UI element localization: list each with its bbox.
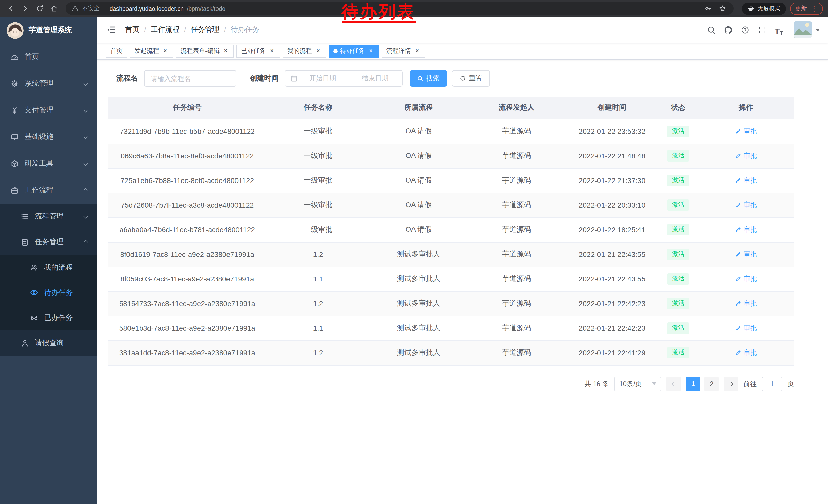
approve-link[interactable]: 审批: [735, 151, 757, 161]
tab[interactable]: 发起流程 ×: [130, 44, 173, 58]
sidebar-item-home[interactable]: 首页: [0, 44, 97, 70]
process-name-label: 流程名: [117, 74, 138, 83]
briefcase-icon: [10, 186, 19, 194]
sidebar-item-infrastructure[interactable]: 基础设施: [0, 124, 97, 150]
topbar-actions: TT: [705, 21, 820, 39]
bookmark-button[interactable]: [717, 3, 728, 14]
cube-icon: [10, 159, 19, 168]
edit-icon: [735, 226, 742, 233]
cell-task-id: 069c6a63-7b8a-11ec-8ef0-acde48001122: [108, 144, 267, 168]
page-number-button[interactable]: 2: [704, 377, 719, 391]
app-logo[interactable]: 芋道管理系统: [0, 17, 97, 44]
edit-icon: [735, 202, 742, 209]
url-path: /bpm/task/todo: [187, 5, 225, 11]
approve-link[interactable]: 审批: [735, 200, 757, 210]
start-date-placeholder[interactable]: 开始日期: [301, 74, 345, 83]
tab[interactable]: 我的流程 ×: [283, 44, 326, 58]
search-button[interactable]: 搜索: [410, 70, 447, 87]
cell-task-name: 1.1: [267, 267, 369, 291]
dashboard-icon: [10, 53, 19, 61]
browser-reload-button[interactable]: [33, 2, 46, 15]
cell-created: 2022-01-21 22:43:55: [565, 267, 659, 291]
browser-update-button[interactable]: 更新 ⋮: [790, 2, 823, 15]
cell-task-id: 73211d9d-7b9b-11ec-b5b7-acde48001122: [108, 119, 267, 144]
github-button[interactable]: [722, 24, 734, 36]
saved-passwords-button[interactable]: [702, 3, 714, 14]
sidebar-item-label: 研发工具: [25, 159, 53, 168]
user-menu[interactable]: [794, 21, 820, 39]
sidebar-item-todo-tasks[interactable]: 待办任务: [0, 280, 97, 305]
cell-task-id: 381aa1dd-7ac8-11ec-a9e2-a2380e71991a: [108, 340, 267, 365]
tab[interactable]: 流程表单-编辑 ×: [176, 44, 234, 58]
approve-label: 审批: [744, 348, 757, 357]
sidebar-item-devtools[interactable]: 研发工具: [0, 150, 97, 177]
tab-close-icon[interactable]: ×: [367, 47, 374, 55]
fold-icon: [107, 25, 116, 34]
tab-label: 流程详情: [386, 47, 411, 55]
cell-actions: 审批: [698, 193, 794, 217]
list-icon: [20, 212, 29, 221]
sidebar-item-process-mgmt[interactable]: 流程管理: [0, 203, 97, 229]
approve-label: 审批: [744, 250, 757, 259]
page-number-button[interactable]: 1: [686, 377, 700, 391]
forward-icon: [21, 5, 29, 12]
tab[interactable]: 已办任务 ×: [237, 44, 280, 58]
chevron-up-icon: [84, 188, 88, 192]
sidebar-item-leave-query[interactable]: 请假查询: [0, 330, 97, 356]
approve-link[interactable]: 审批: [735, 127, 757, 136]
approve-link[interactable]: 审批: [735, 225, 757, 234]
tab[interactable]: 首页 ×: [106, 44, 127, 58]
browser-back-button[interactable]: [4, 2, 17, 15]
tab[interactable]: 流程详情 ×: [382, 44, 425, 58]
tab-close-icon[interactable]: ×: [222, 47, 229, 55]
cell-created: 2022-01-22 21:48:48: [565, 144, 659, 168]
tab-close-icon[interactable]: ×: [315, 47, 322, 55]
browser-forward-button[interactable]: [18, 2, 32, 15]
sidebar-item-workflow[interactable]: 工作流程: [0, 177, 97, 203]
browser-chrome: 不安全 dashboard.yudao.iocoder.cn /bpm/task…: [0, 0, 828, 17]
date-range-picker[interactable]: 开始日期 - 结束日期: [285, 70, 403, 87]
reset-button[interactable]: 重置: [452, 70, 490, 87]
create-time-label: 创建时间: [250, 74, 279, 83]
process-name-input[interactable]: [144, 70, 237, 87]
sidebar-item-payment[interactable]: 支付管理: [0, 97, 97, 124]
approve-link[interactable]: 审批: [735, 250, 757, 259]
approve-link[interactable]: 审批: [735, 274, 757, 283]
browser-home-button[interactable]: [47, 2, 60, 15]
approve-link[interactable]: 审批: [735, 176, 757, 185]
tab-close-icon[interactable]: ×: [162, 47, 169, 55]
sidebar-item-my-process[interactable]: 我的流程: [0, 255, 97, 280]
logo-avatar: [7, 22, 24, 39]
range-separator: -: [348, 75, 350, 82]
warning-icon: [71, 5, 79, 12]
sidebar-item-task-mgmt[interactable]: 任务管理: [0, 229, 97, 255]
approve-link[interactable]: 审批: [735, 324, 757, 333]
page-size-select[interactable]: 10条/页: [614, 377, 661, 391]
fullscreen-button[interactable]: [756, 24, 768, 36]
prev-page-button[interactable]: [666, 377, 681, 391]
breadcrumb-workflow[interactable]: 工作流程: [151, 25, 179, 34]
breadcrumb-task-mgmt[interactable]: 任务管理: [191, 25, 219, 34]
tab-close-icon[interactable]: ×: [413, 47, 421, 55]
approve-link[interactable]: 审批: [735, 348, 757, 357]
sidebar-collapse-button[interactable]: [106, 24, 117, 35]
tab-close-icon[interactable]: ×: [268, 47, 276, 55]
sidebar-item-system[interactable]: 系统管理: [0, 70, 97, 97]
cell-starter: 芋道源码: [468, 242, 565, 267]
approve-link[interactable]: 审批: [735, 299, 757, 308]
breadcrumb-home[interactable]: 首页: [125, 25, 139, 34]
header-search-button[interactable]: [705, 24, 717, 36]
font-size-button[interactable]: TT: [773, 24, 785, 36]
goto-page-input[interactable]: [762, 377, 782, 391]
cell-process: 测试多审批人: [369, 242, 468, 267]
sidebar-item-done-tasks[interactable]: 已办任务: [0, 305, 97, 330]
next-page-button[interactable]: [724, 377, 738, 391]
tab[interactable]: 待办任务 ×: [329, 44, 379, 58]
screen: 不安全 dashboard.yudao.iocoder.cn /bpm/task…: [0, 0, 828, 504]
cell-starter: 芋道源码: [468, 267, 565, 291]
tab-label: 待办任务: [340, 47, 365, 55]
table-row: a6aba0a4-7b6d-11ec-b781-acde48001122 一级审…: [108, 217, 794, 242]
help-button[interactable]: [739, 24, 751, 36]
browser-menu-icon[interactable]: ⋮: [811, 5, 818, 12]
end-date-placeholder[interactable]: 结束日期: [353, 74, 397, 83]
